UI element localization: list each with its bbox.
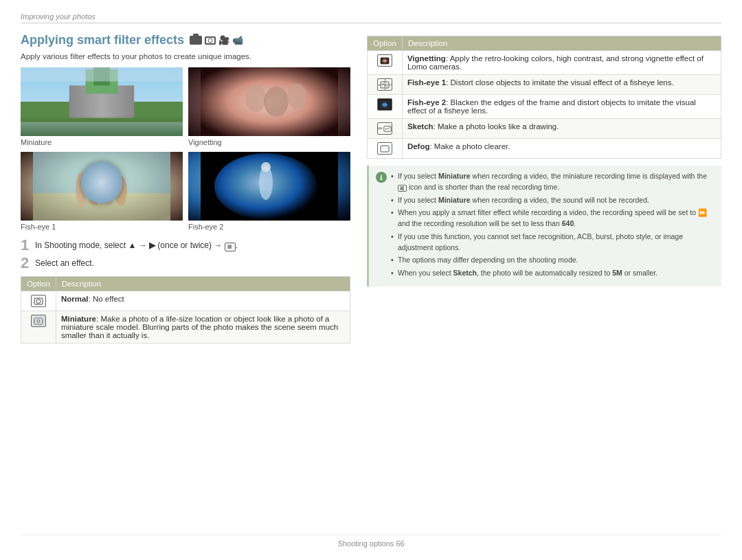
note-item: If you select Miniature when recording a… bbox=[391, 171, 715, 193]
note-item: If you use this function, you cannot set… bbox=[391, 232, 715, 254]
top-divider bbox=[21, 23, 721, 23]
icon-cell-vignette bbox=[368, 51, 403, 75]
svg-rect-29 bbox=[381, 82, 389, 88]
left-table-col1: Option bbox=[21, 277, 56, 291]
note-icon: ℹ bbox=[376, 172, 387, 183]
fisheye1-icon bbox=[377, 78, 392, 91]
svg-rect-32 bbox=[382, 83, 384, 85]
svg-rect-39 bbox=[381, 146, 388, 151]
photo-item-miniature: Miniature bbox=[21, 67, 183, 146]
step-1: 1 In Shooting mode, select ▲ → ▶ (once o… bbox=[21, 238, 350, 253]
video2-icon: 📹 bbox=[232, 35, 243, 45]
svg-point-17 bbox=[115, 176, 127, 206]
breadcrumb-text: Improving your photos bbox=[21, 12, 721, 21]
photo-label-fisheye1: Fish-eye 1 bbox=[21, 223, 183, 231]
table-row: Normal: No effect bbox=[21, 291, 350, 311]
svg-point-10 bbox=[287, 84, 306, 109]
icon-cell-miniature bbox=[21, 311, 56, 344]
icon-cell-fisheye1 bbox=[368, 75, 403, 95]
photo-label-fisheye2: Fish-eye 2 bbox=[188, 223, 350, 231]
miniature-note-icon: ▦ bbox=[398, 185, 407, 192]
footer: Shooting options 66 bbox=[21, 535, 721, 548]
svg-point-14 bbox=[76, 172, 87, 207]
right-table-wrap: Option Description bbox=[367, 36, 721, 159]
title-icons: 🎥 📹 bbox=[190, 35, 243, 45]
defog-icon bbox=[377, 142, 392, 155]
title-text: Applying smart filter effects bbox=[21, 33, 184, 47]
main-content: Applying smart filter effects 🎥 📹 Apply … bbox=[21, 33, 721, 529]
table-row: Fish-eye 1: Distort close objects to imi… bbox=[368, 75, 721, 95]
svg-point-27 bbox=[37, 320, 40, 322]
svg-rect-13 bbox=[33, 152, 170, 221]
section-title: Applying smart filter effects 🎥 📹 bbox=[21, 33, 350, 47]
right-table-col1: Option bbox=[368, 36, 403, 51]
svg-point-15 bbox=[88, 178, 102, 205]
table-row: Sketch: Make a photo looks like a drawin… bbox=[368, 119, 721, 139]
table-row: Vignetting: Apply the retro-looking colo… bbox=[368, 51, 721, 75]
photo-fisheye1-img bbox=[21, 152, 183, 221]
svg-point-8 bbox=[245, 85, 266, 112]
right-table-col2: Description bbox=[402, 36, 721, 51]
svg-rect-5 bbox=[21, 67, 183, 82]
desc-fisheye2: Fish-eye 2: Blacken the edges of the fra… bbox=[402, 95, 721, 119]
desc-cell-miniature: Miniature: Make a photo of a life-size l… bbox=[56, 311, 350, 344]
photo-miniature bbox=[21, 67, 183, 136]
camera-icon bbox=[190, 36, 202, 45]
svg-point-16 bbox=[104, 181, 113, 205]
desc-sketch: Sketch: Make a photo looks like a drawin… bbox=[402, 119, 721, 139]
note-item: The options may differ depending on the … bbox=[391, 255, 715, 266]
left-column: Applying smart filter effects 🎥 📹 Apply … bbox=[21, 33, 350, 529]
photo-label-miniature: Miniature bbox=[21, 138, 183, 146]
miniature-filter-icon bbox=[31, 315, 46, 327]
page: Improving your photos Applying smart fil… bbox=[0, 0, 742, 560]
note-item: When you select Sketch, the photo will b… bbox=[391, 268, 715, 279]
svg-rect-28 bbox=[381, 58, 389, 64]
photo-grid: Miniature bbox=[21, 67, 350, 231]
video-icon: 🎥 bbox=[218, 35, 229, 45]
svg-point-23 bbox=[36, 299, 41, 303]
breadcrumb: Improving your photos bbox=[21, 12, 721, 33]
photo-item-fisheye1: Fish-eye 1 bbox=[21, 152, 183, 231]
icon-cell-normal bbox=[21, 291, 56, 311]
right-column: Option Description bbox=[367, 33, 721, 529]
mode-icon: ▦ bbox=[225, 243, 236, 251]
photo-label-vignetting: Vignetting bbox=[188, 138, 350, 146]
photo-item-vignetting: Vignetting bbox=[188, 67, 350, 146]
vignette-icon bbox=[377, 54, 392, 67]
fisheye2-icon bbox=[377, 98, 392, 111]
footer-text: Shooting options 66 bbox=[337, 539, 404, 548]
desc-defog: Defog: Make a photo clearer. bbox=[402, 139, 721, 159]
normal-filter-icon bbox=[31, 295, 46, 307]
photo-fisheye2-img bbox=[188, 152, 350, 221]
photo-vignetting bbox=[188, 67, 350, 136]
svg-point-9 bbox=[264, 87, 289, 117]
note-header: ℹ If you select Miniature when recording… bbox=[376, 171, 715, 281]
svg-rect-33 bbox=[385, 85, 387, 87]
note-item: If you select Miniature when recording a… bbox=[391, 195, 715, 206]
svg-rect-6 bbox=[21, 122, 183, 137]
photo-item-fisheye2: Fish-eye 2 bbox=[188, 152, 350, 231]
photo-fisheye1 bbox=[21, 152, 183, 221]
photo-vignetting-img bbox=[188, 67, 350, 136]
left-table-col2: Description bbox=[56, 277, 350, 291]
icon-cell-defog bbox=[368, 139, 403, 159]
right-option-table: Option Description bbox=[367, 36, 721, 159]
desc-fisheye1: Fish-eye 1: Distort close objects to imi… bbox=[402, 75, 721, 95]
left-option-table: Option Description bbox=[21, 276, 350, 344]
svg-point-21 bbox=[261, 162, 271, 172]
svg-point-36 bbox=[383, 103, 387, 106]
desc-cell-normal: Normal: No effect bbox=[56, 291, 350, 311]
notes-box: ℹ If you select Miniature when recording… bbox=[367, 166, 721, 287]
icon-cell-fisheye2 bbox=[368, 95, 403, 119]
camera2-icon bbox=[205, 36, 216, 45]
photo-miniature-img bbox=[21, 67, 183, 136]
note-item: When you apply a smart filter effect whi… bbox=[391, 208, 715, 229]
table-row: Miniature: Make a photo of a life-size l… bbox=[21, 311, 350, 344]
desc-vignette: Vignetting: Apply the retro-looking colo… bbox=[402, 51, 721, 75]
photo-fisheye2 bbox=[188, 152, 350, 221]
intro-text: Apply various filter effects to your pho… bbox=[21, 52, 350, 60]
icon-cell-sketch bbox=[368, 119, 403, 139]
notes-list: If you select Miniature when recording a… bbox=[391, 171, 715, 281]
steps: 1 In Shooting mode, select ▲ → ▶ (once o… bbox=[21, 238, 350, 271]
table-row: Fish-eye 2: Blacken the edges of the fra… bbox=[368, 95, 721, 119]
